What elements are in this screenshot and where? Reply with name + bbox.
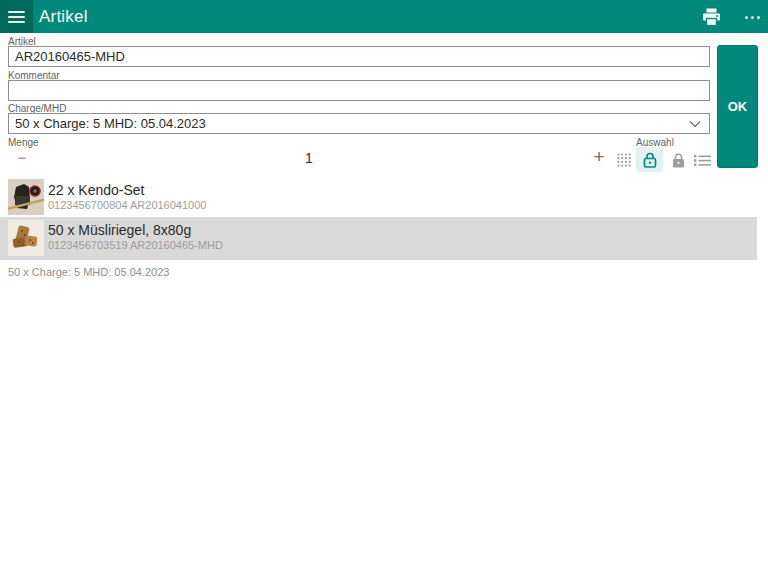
charge-selected-value: 50 x Charge: 5 MHD: 05.04.2023 <box>15 116 689 131</box>
hamburger-icon <box>8 11 25 23</box>
dot-icon <box>751 16 754 19</box>
menu-button[interactable] <box>0 0 33 33</box>
list-item-title: 50 x Müsliriegel, 8x80g <box>48 222 191 238</box>
dots-grid-icon <box>617 153 631 167</box>
charge-status-text: 50 x Charge: 5 MHD: 05.04.2023 <box>8 266 169 278</box>
kommentar-input[interactable] <box>8 80 710 101</box>
list-view-button[interactable] <box>691 150 713 170</box>
app-header: Artikel <box>0 0 768 33</box>
dots-grid-button[interactable] <box>614 150 634 170</box>
list-item-subtitle: 0123456703519 AR20160465-MHD <box>48 239 223 251</box>
lock-teal-icon <box>643 152 657 168</box>
page-title: Artikel <box>39 0 88 33</box>
lock-selected-button[interactable] <box>636 147 663 172</box>
muesliriegel-thumbnail <box>8 220 44 256</box>
printer-icon <box>702 8 721 26</box>
list-item-title: 22 x Kendo-Set <box>48 182 145 198</box>
artikel-input[interactable] <box>8 46 710 67</box>
chevron-down-icon <box>689 120 701 128</box>
print-button[interactable] <box>699 6 723 28</box>
list-item-subtitle: 0123456700804 AR2016041000 <box>48 199 206 211</box>
list-item-muesliriegel[interactable]: 50 x Müsliriegel, 8x80g 0123456703519 AR… <box>0 217 757 260</box>
list-item-kendo-set[interactable]: 22 x Kendo-Set 0123456700804 AR201604100… <box>0 177 757 217</box>
ok-button[interactable]: OK <box>717 45 758 168</box>
quantity-value: 1 <box>0 150 618 166</box>
lock-button[interactable] <box>668 150 688 170</box>
overflow-menu-button[interactable] <box>740 8 764 26</box>
lock-gray-icon <box>672 153 685 168</box>
dot-icon <box>757 16 760 19</box>
charge-select[interactable]: 50 x Charge: 5 MHD: 05.04.2023 <box>8 113 710 134</box>
quantity-increase-button[interactable]: + <box>588 146 610 168</box>
artikel-screen: Artikel Artikel Kommentar Charge/MHD 50 … <box>0 0 768 585</box>
bullet-list-icon <box>694 154 711 167</box>
dot-icon <box>745 16 748 19</box>
kendo-set-thumbnail <box>8 179 44 215</box>
